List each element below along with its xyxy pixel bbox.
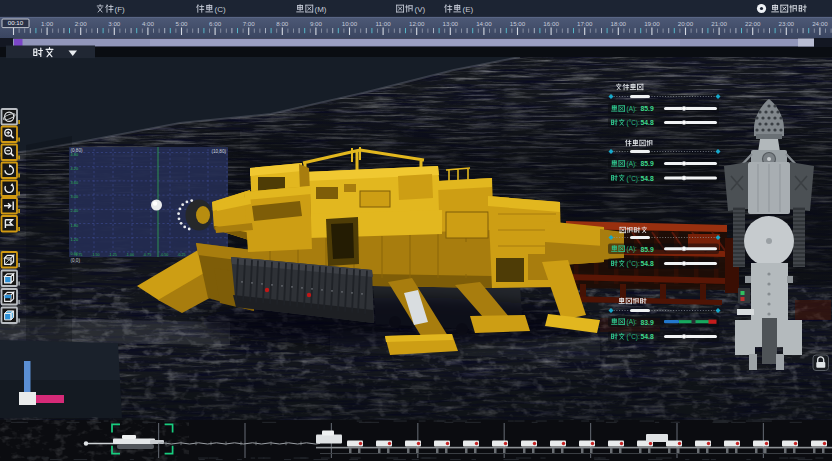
svg-text:54.8: 54.8 (641, 260, 654, 267)
svg-text:12:00: 12:00 (409, 20, 425, 27)
svg-text:(A):: (A): (627, 160, 638, 168)
svg-text:(°C):: (°C): (627, 175, 640, 183)
svg-text:(A):: (A): (627, 105, 638, 113)
svg-text:54.8: 54.8 (641, 175, 654, 182)
svg-text:14:00: 14:00 (476, 20, 492, 27)
svg-text:(C): (C) (215, 5, 226, 14)
svg-text:(°C):: (°C): (627, 260, 640, 268)
svg-text:5:00: 5:00 (175, 20, 188, 27)
svg-text:(A):: (A): (627, 245, 638, 253)
svg-text:13:00: 13:00 (443, 20, 459, 27)
svg-text:(0,0): (0,0) (71, 258, 81, 263)
svg-text:-1.00: -1.00 (126, 253, 134, 257)
svg-text:19:00: 19:00 (644, 20, 660, 27)
svg-text:85.9: 85.9 (641, 246, 654, 253)
svg-text:85.9: 85.9 (641, 160, 654, 167)
svg-text:(V): (V) (415, 5, 426, 14)
svg-text:1:00: 1:00 (41, 20, 54, 27)
svg-text:2:00: 2:00 (75, 20, 88, 27)
svg-text:10:00: 10:00 (342, 20, 358, 27)
svg-text:3.60: 3.60 (71, 180, 79, 185)
svg-text:(E): (E) (463, 5, 474, 14)
svg-text:6:00: 6:00 (209, 20, 222, 27)
svg-text:-0.50: -0.50 (160, 253, 168, 257)
svg-text:54.8: 54.8 (641, 333, 654, 340)
svg-text:(°C):: (°C): (627, 119, 640, 127)
svg-text:(0,80): (0,80) (71, 148, 83, 153)
svg-text:-0.25: -0.25 (177, 253, 185, 257)
svg-text:23:00: 23:00 (779, 20, 795, 27)
svg-text:20:00: 20:00 (678, 20, 694, 27)
svg-text:18:00: 18:00 (611, 20, 627, 27)
svg-text:54.8: 54.8 (641, 119, 654, 126)
svg-text:4.20: 4.20 (71, 166, 79, 171)
svg-text:3:00: 3:00 (108, 20, 121, 27)
svg-text:00:10: 00:10 (8, 19, 24, 26)
svg-text:11:00: 11:00 (376, 20, 392, 27)
svg-text:-1.50: -1.50 (91, 253, 99, 257)
svg-text:(F): (F) (115, 5, 126, 14)
svg-text:24:00: 24:00 (812, 20, 828, 27)
svg-text:85.9: 85.9 (641, 105, 654, 112)
svg-text:8:00: 8:00 (276, 20, 289, 27)
svg-text:15:00: 15:00 (510, 20, 526, 27)
svg-text:7:00: 7:00 (243, 20, 256, 27)
svg-text:21:00: 21:00 (711, 20, 727, 27)
svg-text:17:00: 17:00 (577, 20, 593, 27)
svg-text:9:00: 9:00 (310, 20, 323, 27)
svg-text:(A):: (A): (627, 318, 638, 326)
svg-text:1.20: 1.20 (71, 237, 79, 242)
svg-text:2.40: 2.40 (71, 208, 79, 213)
svg-text:22:00: 22:00 (745, 20, 761, 27)
svg-text:4:00: 4:00 (142, 20, 155, 27)
svg-text:(10,80): (10,80) (211, 149, 226, 154)
svg-text:-0.75: -0.75 (143, 253, 151, 257)
svg-text:83.9: 83.9 (641, 319, 654, 326)
svg-text:(M): (M) (315, 5, 327, 14)
svg-text:16:00: 16:00 (543, 20, 559, 27)
svg-text:3.00: 3.00 (71, 194, 79, 199)
svg-text:1.80: 1.80 (71, 223, 79, 228)
svg-text:(°C):: (°C): (627, 333, 640, 341)
svg-text:-1.25: -1.25 (108, 253, 116, 257)
